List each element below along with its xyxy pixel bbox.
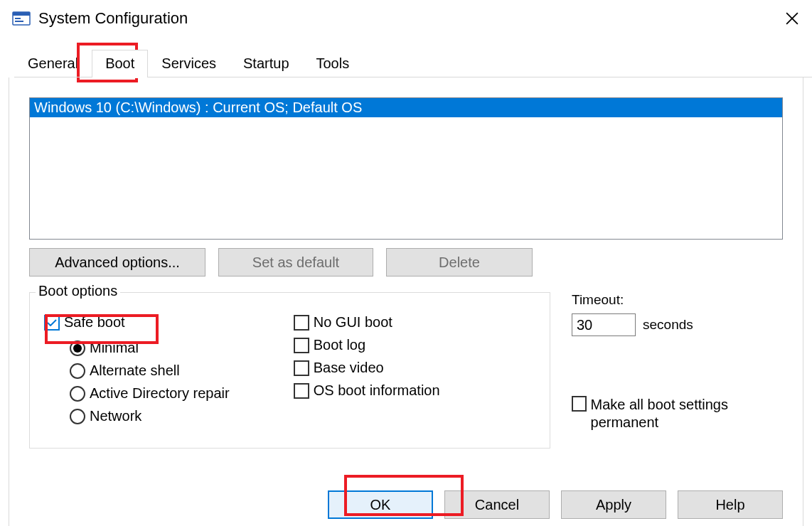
tab-page-boot: Windows 10 (C:\Windows) : Current OS; De…: [9, 77, 803, 526]
radio-network-label: Network: [90, 408, 141, 424]
base-video-checkbox[interactable]: Base video: [294, 360, 440, 376]
radio-network[interactable]: Network: [70, 408, 230, 424]
timeout-input[interactable]: [572, 313, 636, 336]
svg-rect-2: [15, 18, 21, 19]
timeout-label: Timeout:: [572, 292, 783, 308]
radio-alternate-shell[interactable]: Alternate shell: [70, 363, 230, 379]
check-icon: [47, 319, 57, 326]
boot-options-legend: Boot options: [36, 283, 120, 299]
safe-boot-checkbox[interactable]: Safe boot: [44, 314, 230, 331]
radio-alternate-shell-label: Alternate shell: [90, 363, 180, 379]
tab-strip: General Boot Services Startup Tools: [14, 50, 812, 77]
radio-ad-repair-label: Active Directory repair: [90, 385, 230, 402]
boot-log-checkbox[interactable]: Boot log: [294, 337, 440, 353]
no-gui-boot-label: No GUI boot: [314, 314, 392, 331]
os-list-entry[interactable]: Windows 10 (C:\Windows) : Current OS; De…: [30, 98, 782, 117]
app-icon: [11, 10, 31, 27]
timeout-section: Timeout: seconds Make all boot settings …: [572, 292, 783, 449]
apply-button[interactable]: Apply: [561, 490, 666, 519]
safe-boot-label: Safe boot: [64, 314, 125, 331]
safe-boot-modes: Minimal Alternate shell Active Directory…: [70, 340, 230, 424]
timeout-unit: seconds: [643, 317, 693, 333]
boot-options-col-right: No GUI boot Boot log Base video OS boot …: [294, 314, 440, 424]
svg-rect-3: [15, 21, 23, 22]
delete-button: Delete: [386, 248, 533, 277]
dialog-button-row: OK Cancel Apply Help: [328, 490, 783, 519]
radio-ad-repair[interactable]: Active Directory repair: [70, 385, 230, 402]
tab-services[interactable]: Services: [148, 50, 230, 77]
close-button[interactable]: [772, 0, 812, 37]
set-default-button: Set as default: [218, 248, 373, 277]
tab-startup[interactable]: Startup: [230, 50, 302, 77]
tab-boot[interactable]: Boot: [92, 50, 148, 77]
cancel-button[interactable]: Cancel: [444, 490, 550, 519]
os-boot-info-label: OS boot information: [314, 382, 440, 399]
tab-general[interactable]: General: [14, 50, 92, 77]
help-button[interactable]: Help: [678, 490, 783, 519]
advanced-options-button[interactable]: Advanced options...: [29, 248, 205, 277]
make-permanent-label: Make all boot settings permanent: [591, 396, 783, 431]
radio-minimal[interactable]: Minimal: [70, 340, 230, 356]
no-gui-boot-checkbox[interactable]: No GUI boot: [294, 314, 440, 331]
base-video-label: Base video: [314, 360, 384, 376]
close-icon: [786, 12, 798, 25]
boot-options-col-left: Safe boot Minimal Alternate shell: [44, 314, 230, 424]
boot-options-group: Boot options Safe boot: [29, 292, 550, 449]
list-button-row: Advanced options... Set as default Delet…: [29, 248, 783, 277]
window-title: System Configuration: [38, 9, 772, 28]
os-boot-info-checkbox[interactable]: OS boot information: [294, 382, 440, 399]
titlebar: System Configuration: [0, 0, 812, 37]
ok-button[interactable]: OK: [328, 490, 433, 519]
boot-log-label: Boot log: [314, 337, 365, 353]
make-permanent-checkbox[interactable]: Make all boot settings permanent: [572, 396, 783, 431]
tab-tools[interactable]: Tools: [303, 50, 363, 77]
radio-minimal-label: Minimal: [90, 340, 139, 356]
os-list[interactable]: Windows 10 (C:\Windows) : Current OS; De…: [29, 97, 783, 240]
svg-rect-1: [13, 12, 30, 16]
lower-section: Boot options Safe boot: [29, 292, 783, 449]
